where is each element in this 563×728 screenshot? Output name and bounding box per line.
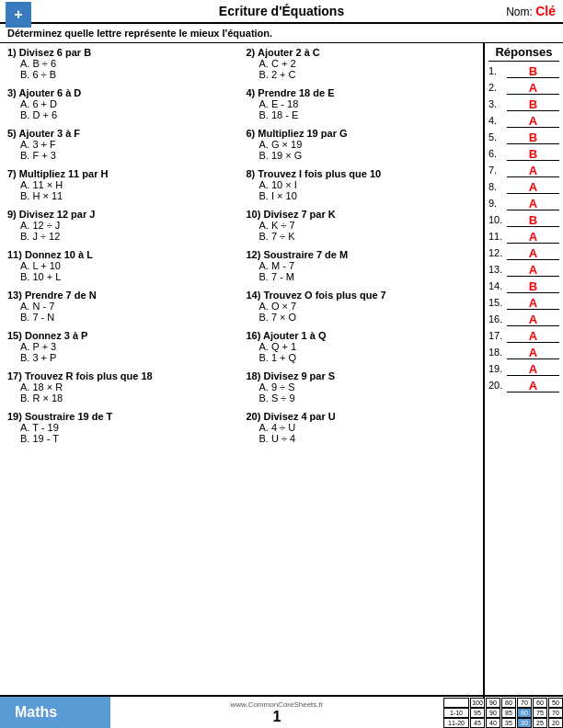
question-block: 16) Ajouter 1 à Q A. Q + 1 B. 1 + Q — [247, 330, 477, 363]
question-number: 7) — [7, 168, 17, 179]
question-header: 7) Multipliez 11 par H — [7, 168, 237, 179]
option-a: A. 18 × R — [20, 381, 237, 392]
answer-value: A — [529, 380, 537, 392]
question-text: Divisez 7 par K — [263, 209, 335, 220]
cle-label: Clé — [535, 4, 556, 18]
question-block: 10) Divisez 7 par K A. K ÷ 7 B. 7 ÷ K — [247, 209, 477, 242]
answer-line: B — [507, 63, 559, 78]
option-b: B. 3 + P — [20, 352, 237, 363]
question-text: Prendre 18 de E — [258, 87, 334, 98]
main-content: 1) Divisez 6 par B A. B ÷ 6 B. 6 ÷ B 2) … — [0, 43, 563, 698]
answer-value: B — [529, 131, 537, 143]
option-a: A. 11 × H — [20, 179, 237, 190]
question-header: 9) Divisez 12 par J — [7, 209, 237, 220]
score-cell: 75 — [533, 708, 547, 718]
option-b: B. 19 × G — [259, 150, 477, 161]
answer-value: A — [529, 347, 537, 358]
option-b: B. S ÷ 9 — [259, 392, 477, 404]
question-header: 10) Divisez 7 par K — [247, 209, 477, 220]
score-header-cell: 80 — [501, 698, 516, 708]
question-number: 15) — [7, 330, 22, 341]
question-text: Ajouter 1 à Q — [263, 330, 326, 341]
question-text: Soustraire 7 de M — [263, 249, 348, 260]
question-block: 5) Ajouter 3 à F A. 3 + F B. F + 3 — [7, 128, 237, 161]
option-b: B. 7 × O — [259, 312, 477, 323]
score-cell: 35 — [501, 718, 516, 728]
question-number: 13) — [7, 290, 22, 301]
answer-line: A — [507, 312, 559, 326]
question-text: Prendre 7 de N — [25, 290, 97, 301]
instruction-text: Déterminez quelle lettre représente le m… — [0, 24, 563, 43]
question-number: 4) — [247, 87, 256, 98]
answer-number: 2. — [488, 82, 507, 93]
question-text: Divisez 12 par J — [19, 209, 96, 220]
question-header: 18) Divisez 9 par S — [247, 370, 477, 381]
option-a: A. 6 + D — [20, 98, 237, 109]
answer-line: A — [507, 80, 559, 95]
questions-grid: 1) Divisez 6 par B A. B ÷ 6 B. 6 ÷ B 2) … — [7, 47, 476, 449]
question-block: 7) Multipliez 11 par H A. 11 × H B. H × … — [7, 168, 237, 201]
option-a: A. M - 7 — [259, 260, 477, 271]
question-header: 15) Donnez 3 à P — [7, 330, 237, 341]
answer-row: 12. A — [488, 245, 559, 260]
question-header: 19) Soustraire 19 de T — [7, 411, 237, 422]
question-number: 8) — [247, 168, 256, 179]
answer-value: A — [529, 363, 537, 375]
question-block: 12) Soustraire 7 de M A. M - 7 B. 7 - M — [247, 249, 477, 282]
question-block: 20) Divisez 4 par U A. 4 ÷ U B. U ÷ 4 — [247, 411, 477, 444]
answer-number: 16. — [488, 313, 507, 324]
answer-number: 4. — [488, 115, 507, 126]
option-a: A. G × 19 — [259, 139, 477, 150]
question-text: Ajouter 3 à F — [18, 128, 80, 139]
question-header: 16) Ajouter 1 à Q — [247, 330, 477, 341]
score-cell: 90 — [486, 708, 500, 718]
answer-row: 1. B — [488, 63, 559, 78]
question-number: 19) — [7, 411, 22, 422]
question-header: 20) Divisez 4 par U — [247, 411, 477, 422]
option-b: B. 7 - N — [20, 312, 237, 323]
option-b: B. 7 - M — [259, 271, 477, 282]
answer-number: 10. — [488, 214, 507, 225]
answer-number: 8. — [488, 181, 507, 192]
question-text: Ajouter 6 à D — [18, 87, 81, 98]
question-number: 5) — [7, 128, 17, 139]
answer-value: B — [529, 280, 537, 292]
page-header: + Ecriture d'Équations Nom: Clé — [0, 0, 563, 24]
question-number: 16) — [247, 330, 261, 341]
question-text: Divisez 9 par S — [263, 370, 335, 381]
nom-label: Nom: Clé — [506, 4, 556, 18]
answer-number: 3. — [488, 98, 507, 109]
option-a: A. E - 18 — [259, 98, 477, 109]
answer-line: B — [507, 130, 559, 144]
answer-row: 7. A — [488, 163, 559, 177]
question-number: 14) — [247, 290, 261, 301]
answer-number: 17. — [488, 330, 507, 341]
answer-number: 11. — [488, 231, 507, 242]
logo-icon: + — [6, 2, 31, 28]
answer-line: A — [507, 113, 559, 128]
answer-value: A — [529, 82, 537, 94]
answer-line: B — [507, 279, 559, 293]
answer-row: 17. A — [488, 328, 559, 343]
option-a: A. K ÷ 7 — [259, 220, 477, 231]
score-cell: 30 — [517, 718, 532, 728]
option-b: B. J ÷ 12 — [20, 231, 237, 242]
option-a: A. 4 ÷ U — [259, 422, 477, 433]
option-b: B. H × 11 — [20, 190, 237, 201]
question-block: 13) Prendre 7 de N A. N - 7 B. 7 - N — [7, 290, 237, 323]
answer-row: 3. B — [488, 97, 559, 111]
score-cell: 80 — [517, 708, 532, 718]
question-header: 4) Prendre 18 de E — [247, 87, 477, 98]
question-header: 8) Trouvez I fois plus que 10 — [247, 168, 477, 179]
answer-line: A — [507, 378, 559, 392]
answer-row: 5. B — [488, 130, 559, 144]
option-b: B. F + 3 — [20, 150, 237, 161]
option-b: B. 6 ÷ B — [20, 69, 237, 80]
score-header-cell: 90 — [486, 698, 500, 708]
answer-value: A — [529, 115, 537, 127]
question-text: Donnez 10 à L — [25, 249, 93, 260]
answer-line: A — [507, 229, 559, 244]
question-header: 6) Multipliez 19 par G — [247, 128, 477, 139]
option-b: B. 10 + L — [20, 271, 237, 282]
answer-value: A — [529, 231, 537, 243]
